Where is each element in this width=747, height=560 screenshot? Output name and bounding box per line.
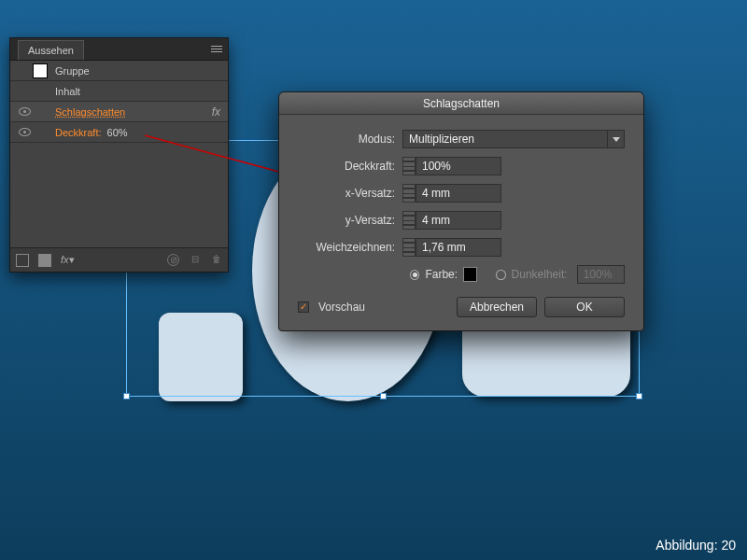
thumbnail-swatch bbox=[33, 63, 48, 78]
dialog-body: Modus: Multiplizieren Deckkraft: 100% x-… bbox=[279, 115, 643, 330]
row-label: Gruppe bbox=[55, 65, 222, 77]
row-label: Inhalt bbox=[55, 86, 222, 97]
radio-color[interactable] bbox=[410, 270, 419, 280]
color-label: Farbe: bbox=[425, 268, 458, 281]
add-effect-icon[interactable]: fx▾ bbox=[61, 254, 75, 266]
color-swatch[interactable] bbox=[463, 267, 477, 282]
dialog-title[interactable]: Schlagschatten bbox=[279, 92, 643, 115]
delete-item-icon[interactable]: 🗑 bbox=[210, 254, 222, 266]
selection-handle[interactable] bbox=[123, 393, 130, 399]
opacity-label: Deckkraft: bbox=[55, 127, 102, 138]
blur-stepper[interactable] bbox=[402, 238, 416, 257]
xoffset-label: x-Versatz: bbox=[298, 187, 402, 200]
color-mode-radios: Farbe: Dunkelheit: 100% bbox=[410, 265, 625, 284]
field-opacity: Deckkraft: 100% bbox=[298, 157, 625, 175]
ok-button[interactable]: OK bbox=[544, 297, 625, 317]
darkness-input: 100% bbox=[577, 265, 625, 284]
clear-appearance-icon[interactable]: ⊘ bbox=[167, 254, 179, 266]
new-fill-icon[interactable] bbox=[38, 254, 51, 267]
eye-icon bbox=[19, 107, 31, 116]
new-stroke-icon[interactable] bbox=[16, 254, 29, 267]
yoffset-label: y-Versatz: bbox=[298, 214, 402, 227]
figure-caption: Abbildung: 20 bbox=[655, 538, 736, 553]
visibility-toggle[interactable] bbox=[16, 128, 33, 136]
selection-handle[interactable] bbox=[380, 393, 387, 399]
panel-body: Gruppe Inhalt Schlagschatten fx Deckkraf… bbox=[10, 61, 228, 247]
fx-icon[interactable]: fx bbox=[212, 105, 220, 119]
blur-label: Weichzeichnen: bbox=[298, 241, 402, 254]
appearance-row-opacity[interactable]: Deckkraft: 60% bbox=[10, 122, 228, 143]
appearance-row-dropshadow[interactable]: Schlagschatten fx bbox=[10, 102, 228, 122]
xoffset-input[interactable]: 4 mm bbox=[416, 184, 501, 203]
yoffset-input[interactable]: 4 mm bbox=[416, 211, 501, 230]
row-label: Schlagschatten bbox=[55, 106, 212, 118]
opacity-label: Deckkraft: bbox=[298, 160, 402, 173]
preview-checkbox[interactable]: ✓ bbox=[298, 301, 309, 313]
opacity-input[interactable]: 100% bbox=[416, 157, 501, 175]
xoffset-stepper[interactable] bbox=[402, 184, 416, 203]
opacity-stepper[interactable] bbox=[402, 157, 416, 175]
preview-label: Vorschau bbox=[318, 301, 365, 314]
dialog-bottom: ✓ Vorschau Abbrechen OK bbox=[298, 297, 625, 317]
radio-darkness[interactable] bbox=[496, 270, 505, 280]
cancel-button[interactable]: Abbrechen bbox=[457, 297, 537, 317]
appearance-row-content[interactable]: Inhalt bbox=[10, 81, 228, 102]
panel-menu-icon[interactable] bbox=[209, 42, 224, 55]
appearance-panel: Aussehen Gruppe Inhalt Schlagschatten fx… bbox=[9, 37, 229, 273]
mode-value: Multiplizieren bbox=[402, 130, 608, 148]
duplicate-item-icon[interactable]: ⊟ bbox=[189, 254, 201, 266]
chevron-down-icon[interactable] bbox=[608, 130, 625, 148]
panel-tab-bar[interactable]: Aussehen bbox=[10, 38, 228, 61]
dropshadow-dialog: Schlagschatten Modus: Multiplizieren Dec… bbox=[278, 91, 644, 331]
field-yoffset: y-Versatz: 4 mm bbox=[298, 211, 625, 230]
darkness-label: Dunkelheit: bbox=[512, 268, 568, 281]
mode-select[interactable]: Multiplizieren bbox=[402, 130, 625, 148]
visibility-toggle[interactable] bbox=[16, 107, 33, 116]
panel-footer: fx▾ ⊘ ⊟ 🗑 bbox=[10, 247, 228, 272]
selection-handle[interactable] bbox=[636, 393, 642, 399]
field-blur: Weichzeichnen: 1,76 mm bbox=[298, 238, 625, 257]
field-mode: Modus: Multiplizieren bbox=[298, 130, 625, 148]
appearance-row-group[interactable]: Gruppe bbox=[10, 61, 228, 81]
opacity-value: 60% bbox=[107, 127, 128, 138]
yoffset-stepper[interactable] bbox=[402, 211, 416, 230]
blur-input[interactable]: 1,76 mm bbox=[416, 238, 501, 257]
eye-icon bbox=[19, 128, 31, 136]
field-xoffset: x-Versatz: 4 mm bbox=[298, 184, 625, 203]
mode-label: Modus: bbox=[298, 133, 402, 146]
panel-tab-appearance[interactable]: Aussehen bbox=[18, 40, 84, 60]
